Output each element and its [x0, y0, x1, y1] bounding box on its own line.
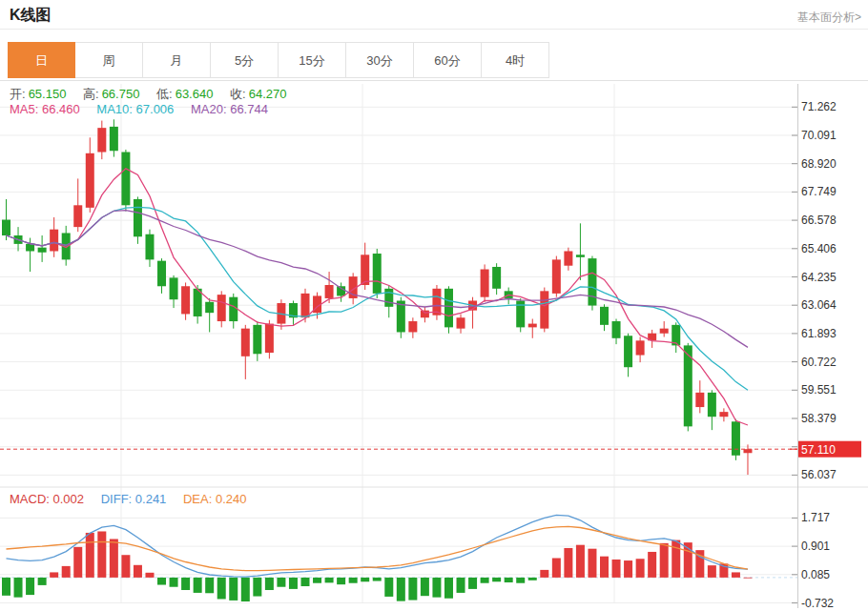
macd-hist-bar — [26, 578, 34, 595]
price-axis-label: 64.235 — [801, 271, 837, 284]
candle-body — [86, 153, 94, 208]
candle-body — [600, 307, 609, 325]
tab-week[interactable]: 周 — [75, 42, 143, 78]
candle-body — [301, 294, 310, 317]
candle-body — [408, 321, 417, 332]
fundamental-analysis-link[interactable]: 基本面分析> — [797, 10, 861, 26]
macd-hist-bar — [325, 578, 334, 582]
macd-hist-bar — [505, 578, 513, 582]
tab-month[interactable]: 月 — [143, 42, 211, 78]
price-axis-label: 70.091 — [801, 129, 837, 142]
close-label: 收: — [230, 87, 246, 101]
macd-hist-bar — [600, 557, 609, 578]
macd-hist-bar — [349, 578, 358, 583]
candle-body — [97, 128, 106, 152]
macd-hist-bar — [528, 578, 537, 580]
high-label: 高: — [83, 87, 99, 101]
interval-tab-bar: 日 周 月 5分 15分 30分 60分 4时 — [8, 42, 549, 78]
candle-body — [695, 393, 704, 407]
macd-hist-bar — [337, 578, 345, 584]
candle-body — [2, 220, 10, 235]
price-axis-label: 61.893 — [801, 327, 837, 340]
macd-hist-bar — [134, 565, 142, 578]
price-axis-label: 66.578 — [801, 214, 837, 227]
candle-body — [157, 261, 166, 287]
candle-body — [708, 393, 716, 417]
title-divider — [0, 29, 868, 30]
macd-hist-bar — [313, 578, 321, 583]
macd-hist-bar — [253, 578, 261, 597]
candle-body — [552, 259, 561, 294]
macd-hist-bar — [576, 545, 585, 578]
macd-hist-bar — [648, 552, 656, 578]
candle-body — [265, 324, 274, 353]
price-axis-label: 58.379 — [801, 412, 837, 425]
candle-body — [110, 127, 118, 151]
tab-4hour[interactable]: 4时 — [482, 42, 549, 78]
macd-hist-bar — [468, 578, 477, 589]
macd-hist-bar — [421, 578, 429, 596]
low-value: 63.640 — [176, 87, 214, 101]
macd-hist-bar — [86, 533, 94, 578]
candle-body — [73, 205, 82, 227]
macd-hist-bar — [636, 559, 645, 578]
macd-hist-bar — [672, 540, 680, 578]
candle-body — [361, 255, 369, 285]
high-value: 66.750 — [102, 87, 140, 101]
macd-hist-bar — [564, 548, 572, 578]
tab-15min[interactable]: 15分 — [279, 42, 346, 78]
tab-5min[interactable]: 5分 — [211, 42, 279, 78]
ma10-line — [7, 207, 748, 390]
low-label: 低: — [156, 87, 173, 101]
candle-body — [492, 267, 501, 289]
macd-hist-bar — [2, 578, 10, 596]
macd-hist-bar — [289, 578, 298, 589]
macd-hist-bar — [157, 578, 166, 585]
candle-body — [457, 317, 465, 328]
candle-body — [134, 199, 142, 236]
candle-body — [384, 289, 393, 307]
candle-body — [38, 248, 47, 253]
candle-body — [540, 291, 548, 328]
candle-body — [636, 340, 645, 355]
macd-hist-bar — [444, 578, 453, 599]
macd-hist-bar — [73, 547, 82, 578]
candle-body — [217, 295, 226, 321]
price-axis-label: 67.749 — [801, 185, 837, 198]
macd-hist-bar — [492, 578, 501, 581]
candle-body — [719, 412, 728, 417]
kline-chart[interactable]: 71.26270.09168.92067.74966.57865.40664.2… — [0, 80, 868, 611]
macd-hist-bar — [97, 531, 106, 577]
candle-body — [241, 329, 250, 356]
price-axis-label: 59.551 — [801, 383, 837, 397]
diff-item: DIFF: 0.241 — [101, 492, 167, 506]
macd-hist-bar — [194, 578, 202, 593]
tab-30min[interactable]: 30分 — [346, 42, 414, 78]
candle-body — [170, 277, 178, 299]
macd-hist-bar — [181, 578, 190, 590]
macd-hist-bar — [408, 578, 417, 601]
macd-hist-bar — [732, 572, 740, 577]
current-price-label: 57.110 — [801, 443, 836, 457]
macd-hist-bar — [708, 565, 716, 578]
macd-hist-bar — [145, 573, 154, 578]
macd-hist-bar — [265, 578, 274, 590]
candle-body — [612, 321, 621, 338]
ma20-item: MA20: 66.744 — [191, 102, 268, 116]
tab-60min[interactable]: 60分 — [414, 42, 482, 78]
macd-hist-bar — [277, 578, 285, 587]
close-value: 64.270 — [249, 87, 287, 101]
macd-hist-bar — [361, 578, 369, 581]
macd-hist-bar — [540, 570, 548, 578]
candle-body — [205, 302, 214, 313]
macd-hist-bar — [110, 539, 118, 577]
macd-hist-bar — [373, 578, 382, 581]
macd-axis-label: 0.085 — [801, 568, 830, 581]
tab-day[interactable]: 日 — [8, 42, 75, 78]
candle-body — [564, 251, 572, 265]
macd-item: MACD: 0.002 — [10, 492, 84, 506]
macd-hist-bar — [588, 549, 596, 578]
candle-body — [660, 329, 669, 334]
candle-body — [229, 297, 238, 321]
candle-body — [145, 234, 154, 260]
